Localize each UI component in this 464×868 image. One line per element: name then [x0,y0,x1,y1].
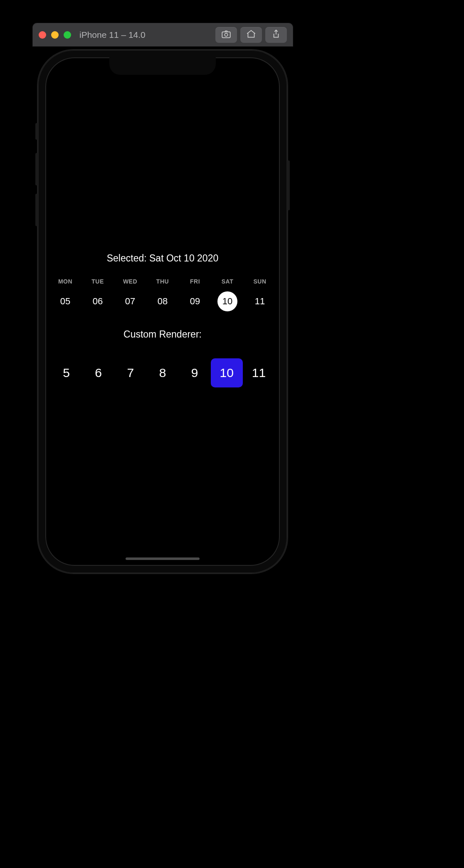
zoom-window-button[interactable] [64,31,71,39]
custom-date-picker: 5 6 7 8 9 10 11 [45,358,280,387]
date-value: 09 [185,291,205,311]
custom-day-mon[interactable]: 5 [50,358,82,387]
date-value: 07 [120,291,140,311]
svg-point-1 [225,33,227,36]
window-title: iPhone 11 – 14.0 [79,30,146,40]
custom-renderer-label: Custom Renderer: [45,329,280,340]
date-value: 05 [55,291,75,311]
titlebar-buttons [215,27,287,43]
custom-day-tue[interactable]: 6 [82,358,114,387]
custom-day-fri[interactable]: 9 [179,358,211,387]
weekday-label: TUE [83,278,113,285]
mute-switch[interactable] [35,123,38,140]
date-value: 06 [88,291,108,311]
date-value: 08 [153,291,173,311]
iphone-screen: Selected: Sat Oct 10 2020 MON 05 TUE 06 … [45,57,280,566]
camera-icon [221,29,232,41]
home-button[interactable] [240,27,262,43]
custom-day-sat[interactable]: 10 [211,358,243,387]
svg-rect-0 [222,32,230,37]
iphone-device-frame: Selected: Sat Oct 10 2020 MON 05 TUE 06 … [38,50,287,573]
weekday-label: THU [148,278,178,285]
weekday-label: SUN [245,278,275,285]
minimize-window-button[interactable] [51,31,59,39]
selected-date-label: Selected: Sat Oct 10 2020 [45,253,280,264]
day-col-fri[interactable]: FRI 09 [180,278,210,311]
week-date-picker: MON 05 TUE 06 WED 07 THU 08 FRI 09 [45,278,280,311]
volume-up-button[interactable] [35,153,38,185]
home-icon [246,29,257,41]
day-col-thu[interactable]: THU 08 [148,278,178,311]
custom-day-sun[interactable]: 11 [243,358,275,387]
day-col-wed[interactable]: WED 07 [115,278,145,311]
custom-day-thu[interactable]: 8 [146,358,178,387]
day-col-sun[interactable]: SUN 11 [245,278,275,311]
custom-day-wed[interactable]: 7 [114,358,146,387]
weekday-label: WED [115,278,145,285]
app-screen: Selected: Sat Oct 10 2020 MON 05 TUE 06 … [45,57,280,566]
weekday-label: SAT [212,278,242,285]
traffic-lights [39,31,71,39]
share-button[interactable] [265,27,287,43]
power-button[interactable] [287,160,290,210]
day-col-sat[interactable]: SAT 10 [212,278,242,311]
date-value: 11 [250,291,270,311]
simulator-titlebar: iPhone 11 – 14.0 [33,23,293,46]
close-window-button[interactable] [39,31,46,39]
screenshot-button[interactable] [215,27,237,43]
day-col-mon[interactable]: MON 05 [50,278,80,311]
home-indicator[interactable] [126,557,200,560]
volume-down-button[interactable] [35,194,38,226]
share-icon [271,29,281,41]
device-notch [109,57,216,75]
date-value: 10 [217,291,237,311]
day-col-tue[interactable]: TUE 06 [83,278,113,311]
weekday-label: FRI [180,278,210,285]
weekday-label: MON [50,278,80,285]
